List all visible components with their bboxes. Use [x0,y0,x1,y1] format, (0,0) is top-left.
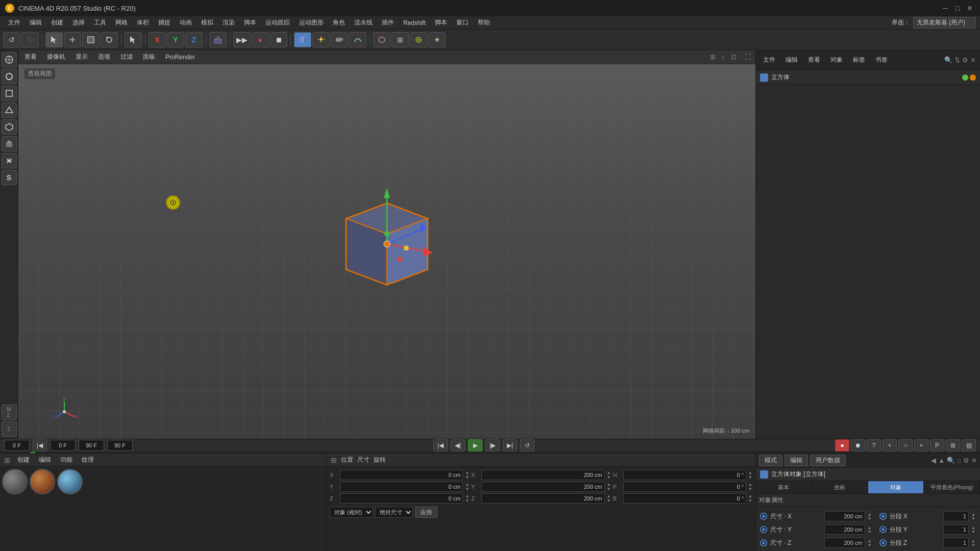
render-btn2[interactable]: P [930,439,944,452]
attr-mode-btn[interactable]: 模式 [759,455,782,466]
apply-button[interactable]: 应用 [415,507,437,518]
attr-segy-arrows[interactable]: ▲ ▼ [971,525,976,534]
next-frame-btn[interactable]: |▶ [485,439,500,452]
attr-segy-input[interactable] [943,524,969,535]
prev-frame-btn[interactable]: ◀| [451,439,465,452]
auto-key-button[interactable]: ⏺ [851,439,865,452]
menu-animate[interactable]: 动画 [176,17,196,29]
y-axis-button[interactable]: Y [167,32,184,47]
mat-tab-create[interactable]: 创建 [15,455,32,465]
vp-tab-look[interactable]: 查看 [22,52,39,62]
play-btn[interactable]: ▶ [468,439,482,452]
snap-btn[interactable]: ▤ [962,439,976,452]
close-button[interactable]: ✕ [965,3,975,13]
sidebar-btn-s[interactable]: S [2,170,17,185]
rot-h-input[interactable] [623,470,746,480]
size-z-arrows[interactable]: ▲ ▼ [607,494,611,503]
interface-value[interactable]: 无黑老斯基 (用户) [913,17,976,29]
attr-segx-input[interactable] [943,511,969,521]
menu-help[interactable]: 帮助 [474,17,494,29]
menu-script[interactable]: 脚本 [240,17,260,29]
select-tool-button[interactable] [45,32,63,47]
menu-simulate[interactable]: 模拟 [197,17,217,29]
attr-sz-arrows[interactable]: ▲ ▼ [867,539,872,547]
attr-segz-arrows[interactable]: ▲ ▼ [971,539,976,547]
menu-render[interactable]: 渲染 [218,17,239,29]
rot-p-input[interactable] [623,482,746,492]
material-slot-1[interactable] [2,469,28,551]
size-x-arrows[interactable]: ▲ ▼ [607,470,611,480]
pos-z-input[interactable] [340,493,463,504]
vp-tab-filter[interactable]: 过滤 [118,52,135,62]
attr-edit-btn[interactable]: 编辑 [785,455,808,466]
material-slot-3[interactable] [57,469,83,551]
menu-window[interactable]: 窗口 [452,17,473,29]
attr-up-icon[interactable]: ▲ [938,457,945,464]
grid-btn[interactable]: ⊞ [946,439,960,452]
rp-menu-bookmark[interactable]: 书签 [872,54,891,66]
attr-sx-arrows[interactable]: ▲ ▼ [867,512,872,520]
x-axis-button[interactable]: X [149,32,166,47]
camera-button[interactable] [331,32,348,47]
render-view-button[interactable] [410,32,427,47]
playhead[interactable] [31,452,35,454]
play-button[interactable]: ▶▶ [233,32,251,47]
pos-z-arrows[interactable]: ▲ ▼ [465,494,469,503]
undo-button[interactable]: ↺ [3,32,20,47]
sidebar-btn-5[interactable] [2,119,17,135]
grid-button[interactable]: ⊞ [391,32,409,47]
rp-menu-file[interactable]: 文件 [760,54,778,66]
sidebar-btn-1[interactable] [2,52,17,67]
vp-tab-panel[interactable]: 面板 [141,52,157,62]
attr-tab-object[interactable]: 对象 [868,481,924,493]
sidebar-btn-4[interactable] [2,103,17,118]
vp-tab-prorender[interactable]: ProRender [163,53,197,62]
vp-icon-fullscreen[interactable]: ⛶ [745,53,751,61]
coord-mode-select[interactable]: 对象 (相对) 世界 (绝对) [330,507,373,518]
menu-motion-track[interactable]: 运动跟踪 [261,17,294,29]
rp-menu-object[interactable]: 对象 [827,54,846,66]
menu-plugin[interactable]: 插件 [378,17,398,29]
menu-redshift[interactable]: Redshift [399,18,430,28]
attr-settings-icon[interactable]: ⚙ [963,457,969,464]
redo-button[interactable]: ↻ [21,32,39,47]
status-dot-green[interactable] [962,74,968,81]
rp-close-icon[interactable]: ✕ [970,56,976,64]
material-slot-2[interactable] [30,469,55,551]
sidebar-btn-3[interactable] [2,86,17,101]
attr-sx-input[interactable] [824,511,865,521]
select2-button[interactable] [125,32,142,47]
cube-button[interactable] [294,32,311,47]
rot-b-arrows[interactable]: ▲ ▼ [748,494,752,503]
vp-tab-display[interactable]: 显示 [74,52,90,62]
mat-tab-edit[interactable]: 编辑 [37,455,53,465]
scale-tool-button[interactable] [82,32,100,47]
attr-sy-input[interactable] [824,524,865,535]
light2-button[interactable]: ☀ [428,32,446,47]
menu-volume[interactable]: 体积 [133,17,153,29]
attr-tab-basic[interactable]: 基本 [756,481,812,493]
loop-btn[interactable]: ↺ [520,439,534,452]
light-button[interactable] [312,32,330,47]
world-coord-button[interactable] [209,32,227,47]
move-tool-button[interactable]: ✛ [64,32,81,47]
attr-search-icon[interactable]: 🔍 [947,457,955,464]
rot-b-input[interactable] [623,493,746,504]
attr-home-icon[interactable]: ⌂ [957,457,961,464]
menu-tools[interactable]: 工具 [90,17,110,29]
attr-segx-arrows[interactable]: ▲ ▼ [971,512,976,520]
attr-tab-phong[interactable]: 平滑着色(Phong) [924,481,980,493]
size-x-input[interactable] [481,470,604,480]
record-button[interactable]: ● [252,32,269,47]
pos-y-arrows[interactable]: ▲ ▼ [465,482,469,491]
motion-path-button[interactable]: ? [867,439,881,452]
size-y-input[interactable] [481,482,604,492]
stop-button[interactable]: ⏹ [270,32,287,47]
attr-segz-input[interactable] [943,538,969,548]
rp-menu-view[interactable]: 查看 [805,54,823,66]
rp-search-icon[interactable]: 🔍 [944,56,952,64]
rp-sort-icon[interactable]: ⇅ [954,56,960,64]
vp-icon-move[interactable]: ↕ [722,53,725,61]
frame-end-input[interactable] [79,440,104,451]
maximize-button[interactable]: □ [952,3,963,13]
